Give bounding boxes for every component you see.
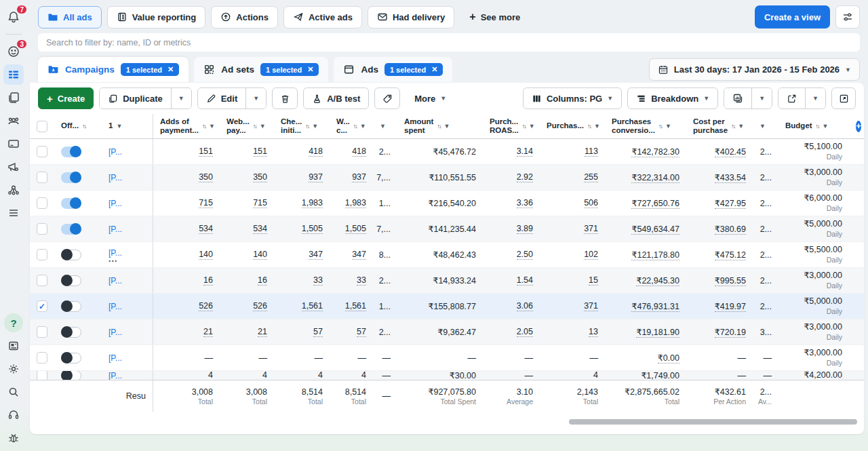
- sidebar-item-promote-icon[interactable]: [3, 157, 24, 177]
- cell-value[interactable]: 102: [584, 250, 598, 260]
- cell-value[interactable]: 33: [357, 275, 366, 286]
- cell-value[interactable]: 1,561: [345, 301, 366, 311]
- cell-value[interactable]: 1.54: [517, 275, 533, 286]
- ads-selected-badge[interactable]: 1 selected✕: [384, 63, 443, 76]
- campaign-name-link[interactable]: [P...: [108, 147, 122, 157]
- cell-value[interactable]: 21: [203, 327, 213, 337]
- cell-value[interactable]: ₹720.19: [715, 327, 746, 338]
- cell-value[interactable]: 2.92: [517, 172, 533, 182]
- clear-selection-icon[interactable]: ✕: [431, 65, 437, 74]
- cell-value[interactable]: 418: [352, 146, 366, 157]
- row-checkbox[interactable]: [37, 249, 47, 260]
- cell-value[interactable]: ₹995.55: [715, 275, 746, 286]
- sidebar-item-campaigns[interactable]: [3, 64, 24, 85]
- filter-had-delivery[interactable]: Had delivery: [368, 6, 454, 28]
- cell-value[interactable]: 371: [584, 301, 598, 311]
- chevron-down-icon[interactable]: ▼: [312, 123, 318, 130]
- filter-value-reporting[interactable]: Value reporting: [107, 6, 206, 28]
- tab-ads[interactable]: Ads 1 selected✕: [334, 57, 452, 82]
- cell-value[interactable]: 151: [199, 146, 213, 157]
- help-icon[interactable]: ?: [3, 313, 24, 333]
- export-button[interactable]: [778, 88, 805, 109]
- sort-icon[interactable]: ↑↓: [816, 123, 819, 130]
- row-checkbox[interactable]: [37, 352, 47, 364]
- cell-value[interactable]: ₹121,178.80: [631, 250, 679, 260]
- sidebar-item-menu-icon[interactable]: [3, 203, 24, 223]
- campaign-name-link[interactable]: [P...: [108, 173, 122, 182]
- cell-value[interactable]: ₹402.45: [715, 146, 746, 157]
- sort-icon[interactable]: ↑↓: [82, 123, 85, 130]
- cell-value[interactable]: 140: [199, 250, 213, 260]
- duplicate-button[interactable]: Duplicate: [100, 88, 171, 109]
- sort-icon[interactable]: ↑↓: [522, 123, 526, 130]
- chevron-down-icon[interactable]: ▼: [116, 123, 122, 130]
- tab-ad-sets[interactable]: Ad sets 1 selected✕: [194, 57, 328, 82]
- duplicate-options-caret[interactable]: ▼: [171, 88, 191, 109]
- sidebar-item-billing-icon[interactable]: [3, 134, 24, 154]
- tag-button[interactable]: [374, 87, 400, 109]
- campaign-name-link[interactable]: [P...: [108, 224, 122, 234]
- row-checkbox[interactable]: [37, 371, 47, 380]
- date-range-selector[interactable]: Last 30 days: 17 Jan 2026 - 15 Feb 2026 …: [649, 58, 860, 81]
- column-header-select[interactable]: [30, 114, 54, 138]
- campaign-name-link[interactable]: [P...: [108, 276, 122, 286]
- cell-value[interactable]: 4: [361, 371, 366, 380]
- filter-all-ads[interactable]: All ads: [38, 6, 102, 28]
- status-toggle[interactable]: [61, 224, 81, 235]
- sidebar-item-org-chart-icon[interactable]: [3, 180, 24, 200]
- chevron-down-icon[interactable]: ▼: [529, 123, 535, 130]
- cell-value[interactable]: 2.50: [517, 250, 533, 260]
- cell-value[interactable]: 347: [352, 250, 366, 260]
- cell-value[interactable]: ₹142,782.30: [631, 146, 679, 157]
- view-settings-sliders-icon[interactable]: [835, 5, 860, 28]
- campaign-name-link[interactable]: [P...: [108, 199, 122, 208]
- status-toggle[interactable]: [61, 250, 81, 260]
- chevron-down-icon[interactable]: ▼: [760, 123, 766, 130]
- charts-options-caret[interactable]: ▼: [751, 88, 772, 109]
- row-checkbox[interactable]: [37, 275, 47, 286]
- cell-value[interactable]: ₹727,650.76: [631, 198, 679, 209]
- sort-icon[interactable]: ↑↓: [587, 123, 591, 130]
- status-toggle[interactable]: [61, 353, 81, 364]
- edit-options-caret[interactable]: ▼: [245, 88, 266, 109]
- cell-value[interactable]: 4: [593, 371, 598, 380]
- row-checkbox[interactable]: [37, 326, 47, 338]
- cell-value[interactable]: 255: [584, 172, 598, 182]
- chevron-down-icon[interactable]: ▼: [738, 123, 744, 130]
- sort-icon[interactable]: ↑↓: [353, 123, 357, 130]
- filter-actions[interactable]: Actions: [211, 6, 278, 28]
- column-header-amount-spent[interactable]: Amountspent↑↓▼: [397, 114, 483, 138]
- cell-value[interactable]: ₹22,945.30: [636, 275, 679, 286]
- cell-value[interactable]: 13: [589, 327, 598, 337]
- cell-value[interactable]: 1,561: [302, 301, 323, 311]
- column-header-website-checkouts[interactable]: W...c...↑↓▼: [330, 114, 373, 138]
- column-header-purchases-conversion-value[interactable]: Purchasesconversio...↑↓▼: [605, 114, 686, 138]
- column-header-checkouts-initiated[interactable]: Che...initi...↑↓▼: [274, 114, 330, 138]
- status-toggle[interactable]: [61, 146, 81, 157]
- cell-value[interactable]: 21: [258, 327, 267, 337]
- row-checkbox[interactable]: [37, 146, 47, 157]
- cell-value[interactable]: 4: [208, 371, 213, 380]
- settings-gear-icon[interactable]: [3, 359, 24, 379]
- cell-value[interactable]: 937: [352, 172, 366, 182]
- sort-icon[interactable]: ↑↓: [658, 123, 662, 130]
- cell-value[interactable]: 2.05: [517, 327, 533, 337]
- report-bug-icon[interactable]: [3, 428, 24, 448]
- column-header-adds-of-payment[interactable]: Adds ofpayment...↑↓▼: [153, 114, 220, 138]
- column-header-cost-per-purchase[interactable]: Cost perpurchase↑↓▼: [686, 114, 753, 138]
- chevron-down-icon[interactable]: ▼: [260, 123, 266, 130]
- status-toggle[interactable]: [61, 327, 81, 338]
- filter-active-ads[interactable]: Active ads: [283, 6, 362, 28]
- campaign-name-link[interactable]: [P...: [108, 302, 122, 311]
- sort-icon[interactable]: ↑↓: [305, 123, 309, 130]
- cell-value[interactable]: 57: [313, 327, 323, 337]
- column-header-website-payment[interactable]: Web...pay...↑↓▼: [220, 114, 274, 138]
- row-checkbox[interactable]: [37, 172, 47, 183]
- column-header-campaign-name[interactable]: 1▼: [102, 114, 153, 138]
- cell-value[interactable]: 1,505: [302, 224, 323, 234]
- cell-value[interactable]: 33: [313, 275, 323, 286]
- sort-icon[interactable]: ↑↓: [437, 123, 440, 130]
- sort-icon[interactable]: ↑↓: [253, 123, 256, 130]
- edit-button[interactable]: Edit: [198, 88, 246, 109]
- cell-value[interactable]: 16: [258, 275, 267, 286]
